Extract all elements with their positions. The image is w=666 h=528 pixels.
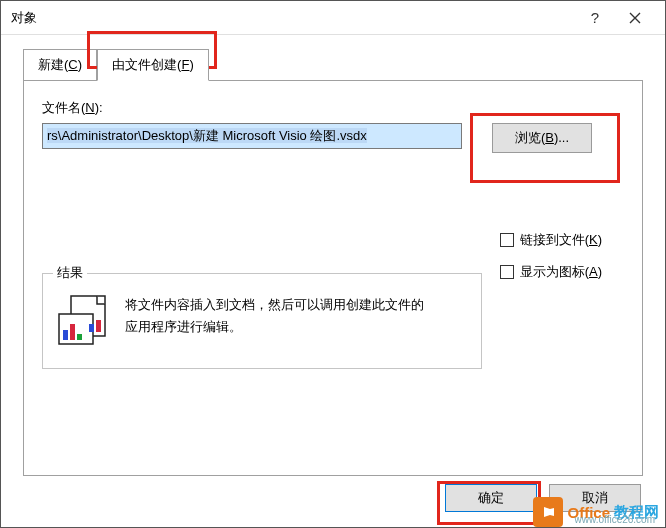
tab-panel: 文件名(N): rs\Administrator\Desktop\新建 Micr… (23, 80, 643, 476)
result-legend: 结果 (53, 264, 87, 282)
dialog-title: 对象 (11, 9, 575, 27)
tab-strip: 新建(C) 由文件创建(F) (23, 49, 643, 81)
tab-create-from-file-label: 由文件创建(F) (112, 57, 194, 72)
link-to-file-option[interactable]: 链接到文件(K) (500, 231, 602, 249)
result-group: 结果 将文件内容插入到文档，然后可以调用创建此文件的应用程序进行编辑。 (42, 273, 482, 369)
title-bar: 对象 ? (1, 1, 665, 35)
ok-button[interactable]: 确定 (445, 484, 537, 512)
browse-button[interactable]: 浏览(B)... (492, 123, 592, 153)
svg-rect-2 (63, 330, 68, 340)
result-text: 将文件内容插入到文档，然后可以调用创建此文件的应用程序进行编辑。 (125, 294, 435, 338)
svg-rect-4 (77, 334, 82, 340)
close-icon (629, 12, 641, 24)
watermark-badge-icon (533, 497, 563, 527)
svg-rect-5 (89, 324, 94, 332)
svg-rect-6 (96, 320, 101, 332)
display-as-icon-label: 显示为图标(A) (520, 263, 602, 281)
tab-create-new-label: 新建(C) (38, 57, 82, 72)
file-name-input[interactable]: rs\Administrator\Desktop\新建 Microsoft Vi… (42, 123, 462, 149)
svg-rect-3 (70, 324, 75, 340)
link-to-file-label: 链接到文件(K) (520, 231, 602, 249)
file-name-label: 文件名(N): (42, 99, 624, 117)
watermark-url: www.office26.com (575, 514, 655, 525)
embed-icon (57, 294, 111, 348)
tab-create-from-file[interactable]: 由文件创建(F) (97, 49, 209, 81)
checkbox-icon (500, 233, 514, 247)
display-as-icon-option[interactable]: 显示为图标(A) (500, 263, 602, 281)
tab-create-new[interactable]: 新建(C) (23, 49, 97, 81)
close-button[interactable] (615, 4, 655, 32)
checkbox-icon (500, 265, 514, 279)
help-button[interactable]: ? (575, 4, 615, 32)
options-group: 链接到文件(K) 显示为图标(A) (500, 231, 602, 281)
